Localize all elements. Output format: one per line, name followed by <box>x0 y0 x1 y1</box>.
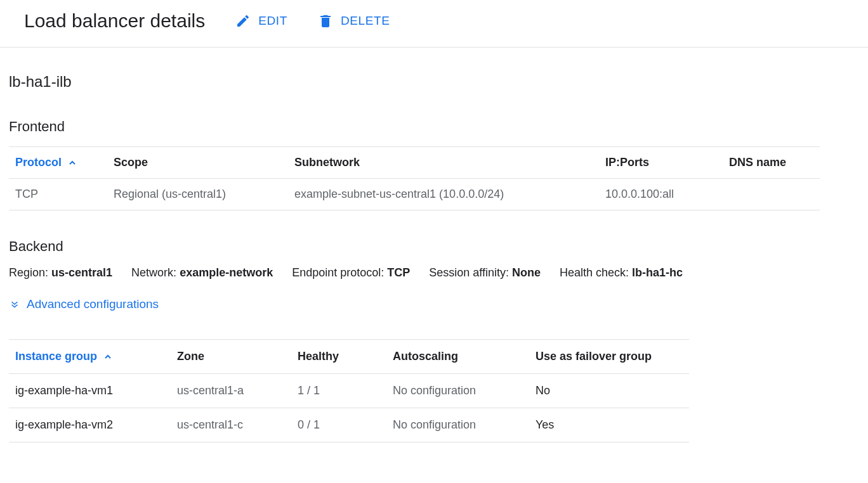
edit-button[interactable]: EDIT <box>235 13 287 29</box>
double-chevron-down-icon <box>9 299 20 310</box>
sort-ascending-icon <box>67 158 77 168</box>
backend-session-affinity: Session affinity: None <box>429 266 541 280</box>
backend-region: Region: us-central1 <box>9 266 112 280</box>
delete-button[interactable]: DELETE <box>318 13 390 29</box>
frontend-cell-protocol: TCP <box>9 179 107 210</box>
backend-cell-zone: us-central1-a <box>171 374 291 408</box>
backend-cell-autoscaling: No configuration <box>386 408 529 442</box>
frontend-col-protocol[interactable]: Protocol <box>9 147 107 179</box>
frontend-col-ip-ports[interactable]: IP:Ports <box>599 147 723 179</box>
frontend-cell-dns-name <box>723 179 820 210</box>
frontend-cell-ip-ports: 10.0.0.100:all <box>599 179 723 210</box>
backend-health-check: Health check: lb-ha1-hc <box>560 266 683 280</box>
frontend-heading: Frontend <box>9 119 859 135</box>
page-title: Load balancer details <box>24 10 205 32</box>
frontend-col-protocol-label: Protocol <box>15 156 62 169</box>
backend-cell-healthy: 0 / 1 <box>291 408 386 442</box>
backends-col-instance-group[interactable]: Instance group <box>9 340 171 374</box>
backends-table: Instance group Zone Healthy Autoscaling … <box>9 339 689 442</box>
backend-cell-autoscaling: No configuration <box>386 374 529 408</box>
table-row: TCP Regional (us-central1) example-subne… <box>9 179 820 210</box>
top-bar: Load balancer details EDIT DELETE <box>0 0 868 48</box>
backend-cell-instance-group: ig-example-ha-vm2 <box>9 408 171 442</box>
frontend-col-dns-name[interactable]: DNS name <box>723 147 820 179</box>
load-balancer-name: lb-ha1-ilb <box>9 73 859 91</box>
backends-col-healthy[interactable]: Healthy <box>291 340 386 374</box>
frontend-col-subnetwork[interactable]: Subnetwork <box>288 147 599 179</box>
frontend-col-scope[interactable]: Scope <box>107 147 288 179</box>
backend-endpoint-protocol-value: TCP <box>387 266 410 279</box>
advanced-configurations-toggle[interactable]: Advanced configurations <box>9 297 159 311</box>
backend-endpoint-protocol: Endpoint protocol: TCP <box>292 266 410 280</box>
backend-network: Network: example-network <box>131 266 273 280</box>
frontend-cell-scope: Regional (us-central1) <box>107 179 288 210</box>
pencil-icon <box>235 13 251 29</box>
edit-label: EDIT <box>258 14 287 28</box>
backend-network-value: example-network <box>180 266 273 279</box>
trash-icon <box>318 13 333 29</box>
backends-col-zone[interactable]: Zone <box>171 340 291 374</box>
backend-meta: Region: us-central1 Network: example-net… <box>9 266 859 280</box>
backend-cell-zone: us-central1-c <box>171 408 291 442</box>
backend-session-affinity-label: Session affinity: <box>429 266 512 279</box>
backend-health-check-value: lb-ha1-hc <box>632 266 683 279</box>
backends-col-instance-group-label: Instance group <box>15 350 97 363</box>
backend-region-value: us-central1 <box>51 266 112 279</box>
sort-ascending-icon <box>103 352 113 362</box>
frontend-table: Protocol Scope Subnetwork IP:Ports DNS n… <box>9 146 820 210</box>
backend-network-label: Network: <box>131 266 180 279</box>
backend-region-label: Region: <box>9 266 51 279</box>
backend-session-affinity-value: None <box>512 266 541 279</box>
backend-cell-failover: Yes <box>529 408 689 442</box>
delete-label: DELETE <box>341 14 390 28</box>
backend-heading: Backend <box>9 238 859 255</box>
table-row: ig-example-ha-vm2 us-central1-c 0 / 1 No… <box>9 408 689 442</box>
backends-col-failover[interactable]: Use as failover group <box>529 340 689 374</box>
backend-cell-failover: No <box>529 374 689 408</box>
backend-cell-instance-group: ig-example-ha-vm1 <box>9 374 171 408</box>
frontend-cell-subnetwork: example-subnet-us-central1 (10.0.0.0/24) <box>288 179 599 210</box>
backend-health-check-label: Health check: <box>560 266 632 279</box>
backend-cell-healthy: 1 / 1 <box>291 374 386 408</box>
table-row: ig-example-ha-vm1 us-central1-a 1 / 1 No… <box>9 374 689 408</box>
advanced-configurations-label: Advanced configurations <box>27 297 159 311</box>
backend-endpoint-protocol-label: Endpoint protocol: <box>292 266 387 279</box>
backends-col-autoscaling[interactable]: Autoscaling <box>386 340 529 374</box>
